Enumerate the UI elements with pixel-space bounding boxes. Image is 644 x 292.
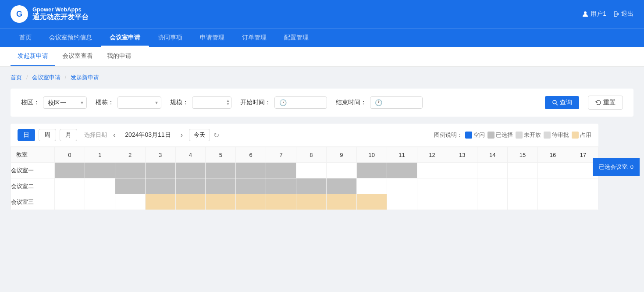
time-slot[interactable] [447,163,477,178]
refresh-btn[interactable]: ↻ [213,131,219,139]
time-slot[interactable] [206,194,236,210]
time-slot[interactable] [55,194,85,210]
nav-item-home[interactable]: 首页 [11,28,40,47]
time-slot[interactable] [175,194,206,210]
user-info[interactable]: 用户1 [582,10,606,18]
time-slot[interactable] [85,163,115,178]
nav-item-order-mgmt[interactable]: 订单管理 [233,28,275,47]
nav-item-apply[interactable]: 会议室申请 [101,28,149,47]
breadcrumb-home[interactable]: 首页 [11,74,22,81]
time-slot[interactable] [538,163,568,178]
hour-header: 9 [326,147,356,163]
time-slot[interactable] [145,194,175,210]
scale-down-arrow[interactable]: ▼ [226,103,230,106]
time-slot[interactable] [206,163,236,178]
logo-text: Gpower WebApps 通元动态开发平台 [32,6,89,22]
building-label: 楼栋： [96,99,114,107]
time-slot[interactable] [508,178,538,194]
hour-header: 6 [236,147,266,163]
page-content: 首页 / 会议室申请 / 发起新申请 校区： 校区一 校区二 校区三 楼栋： [0,67,644,217]
time-slot[interactable] [296,178,327,194]
time-slot[interactable] [447,178,477,194]
start-time-input[interactable] [274,96,327,109]
breadcrumb-apply[interactable]: 会议室申请 [32,74,60,81]
view-day-btn[interactable]: 日 [18,129,35,141]
hour-header: 2 [115,147,145,163]
time-slot[interactable] [55,163,85,178]
time-slot[interactable] [55,178,85,194]
time-slot[interactable] [356,163,387,178]
time-slot[interactable] [538,178,568,194]
time-slot[interactable] [115,178,145,194]
nav-item-reservation[interactable]: 会议室预约信息 [40,28,101,47]
prev-date-btn[interactable]: ‹ [110,130,118,140]
time-slot[interactable] [356,178,387,194]
breadcrumb-new-apply[interactable]: 发起新申请 [71,74,99,81]
time-slot[interactable] [326,178,356,194]
time-slot[interactable] [145,163,175,178]
view-week-btn[interactable]: 周 [39,129,56,141]
campus-select[interactable]: 校区一 校区二 校区三 [43,96,87,109]
time-slot[interactable] [568,194,598,210]
end-time-input[interactable] [370,96,423,109]
time-slot[interactable] [266,178,296,194]
time-slot[interactable] [236,178,266,194]
query-button[interactable]: 查询 [545,96,579,109]
time-slot[interactable] [568,178,598,194]
time-slot[interactable] [538,194,568,210]
nav-item-config-mgmt[interactable]: 配置管理 [275,28,317,47]
time-slot[interactable] [387,178,417,194]
hour-header: 13 [447,147,477,163]
time-slot[interactable] [508,163,538,178]
time-slot[interactable] [447,194,477,210]
time-slot[interactable] [145,178,175,194]
time-slot[interactable] [115,194,145,210]
time-slot[interactable] [417,194,447,210]
time-slot[interactable] [266,194,296,210]
time-slot[interactable] [85,194,115,210]
time-slot[interactable] [266,163,296,178]
sub-nav: 发起新申请 会议室查看 我的申请 [0,47,644,67]
svg-point-1 [553,100,556,104]
building-select[interactable] [117,96,161,109]
logout-icon [613,11,619,17]
time-slot[interactable] [477,194,508,210]
nav-item-apply-mgmt[interactable]: 申请管理 [191,28,233,47]
time-slot[interactable] [477,178,508,194]
time-slot[interactable] [296,163,327,178]
sub-nav-my-apply[interactable]: 我的申请 [100,47,139,66]
time-slot[interactable] [206,178,236,194]
time-slot[interactable] [477,163,508,178]
time-slot[interactable] [175,163,206,178]
time-slot[interactable] [296,194,327,210]
svg-point-0 [584,11,587,14]
time-slot[interactable] [85,178,115,194]
campus-label: 校区： [21,99,39,107]
time-slot[interactable] [508,194,538,210]
legend-text-closed: 空闲 [473,131,485,139]
time-slot[interactable] [175,178,206,194]
view-month-btn[interactable]: 月 [60,129,77,141]
today-btn[interactable]: 今天 [189,129,210,141]
sub-nav-new-apply[interactable]: 发起新申请 [11,47,55,66]
hour-header: 15 [508,147,538,163]
reset-button[interactable]: 重置 [588,96,623,110]
time-slot[interactable] [326,163,356,178]
date-picker-label[interactable]: 选择日期 [84,131,107,139]
logout-btn[interactable]: 退出 [613,10,633,18]
time-slot[interactable] [236,163,266,178]
next-date-btn[interactable]: › [178,130,185,140]
nav-item-cooperation[interactable]: 协同事项 [149,28,191,47]
time-slot[interactable] [326,194,356,210]
time-slot[interactable] [417,178,447,194]
time-slot[interactable] [387,163,417,178]
sub-nav-room-view[interactable]: 会议室查看 [55,47,100,66]
time-slot[interactable] [236,194,266,210]
time-slot[interactable] [387,194,417,210]
selected-rooms-badge[interactable]: 已选会议室: 0 [593,158,640,176]
scale-input[interactable] [192,96,231,109]
time-slot[interactable] [115,163,145,178]
calendar-table: 教室01234567891011121314151617 会议室一会议室二会议室… [11,147,598,210]
time-slot[interactable] [356,194,387,210]
time-slot[interactable] [417,163,447,178]
